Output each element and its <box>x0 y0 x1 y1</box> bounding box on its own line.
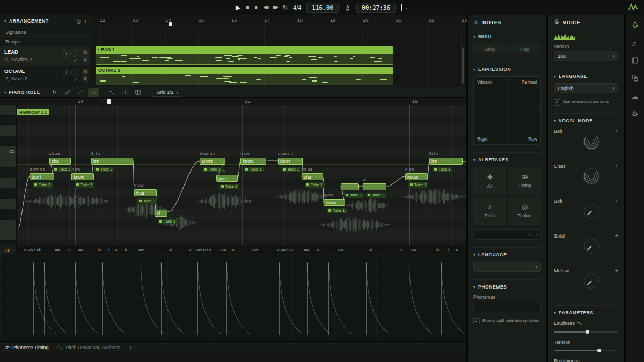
phoneme-strip[interactable]: æ d ow t chaanowihtstruwcldow n t yuwnow… <box>0 245 466 255</box>
piano-key-black[interactable] <box>0 209 10 220</box>
line-tool-icon[interactable] <box>75 88 86 97</box>
levels-tool-icon[interactable] <box>120 88 130 97</box>
wave-tool-icon[interactable] <box>107 88 118 97</box>
track-row-lead[interactable]: LEAD Hayden 2 I i ⇄ M S <box>0 47 91 66</box>
harmony-group-label[interactable]: HARMONY 1 1 <box>17 109 49 115</box>
checkbox[interactable]: ✓ <box>554 99 560 106</box>
previous-retake-button[interactable]: ‹ <box>526 232 533 238</box>
piano-roll-note[interactable]: know <box>240 158 266 165</box>
take-badge[interactable]: Take 1 <box>305 182 325 188</box>
piano-key-black[interactable] <box>0 241 10 245</box>
target-icon[interactable]: ◎ <box>76 18 81 24</box>
tab-phoneme-timing[interactable]: æ Phoneme Timing <box>5 345 49 350</box>
piano-roll-ruler[interactable]: 141516 <box>0 98 466 105</box>
take-badge[interactable]: Take 1 <box>244 167 264 172</box>
add-vocal-mode-button[interactable]: + <box>615 232 618 239</box>
solid-knob[interactable] <box>582 237 601 256</box>
phoneme-token[interactable]: ow <box>78 247 83 252</box>
phoneme-token[interactable]: d ow t ch <box>24 247 41 252</box>
microphone-tab-icon[interactable] <box>630 20 640 30</box>
language-section-header[interactable]: ▾ LANGUAGE <box>473 247 541 257</box>
mute-button[interactable]: M <box>82 69 89 75</box>
stop-button[interactable]: ■ <box>246 5 249 10</box>
take-badge[interactable]: Take 1 <box>219 184 239 189</box>
rewind-button[interactable]: ◀◀ <box>263 5 267 10</box>
tension-slider[interactable] <box>554 349 618 353</box>
piano-key-white[interactable] <box>0 105 16 115</box>
mode-section-header[interactable]: ▾ MODE <box>473 29 541 39</box>
piano-key-black[interactable] <box>0 188 10 199</box>
take-badge[interactable]: Take 1 <box>327 208 347 213</box>
clip-octave-1[interactable]: OCTAVE 1 <box>96 67 393 85</box>
vertical-scrollbar[interactable] <box>462 47 464 84</box>
clear-knob[interactable] <box>582 167 601 186</box>
take-badge[interactable]: Take 1 <box>158 219 178 224</box>
add-vocal-mode-button[interactable]: + <box>615 197 618 204</box>
voice-waveform-thumbnail[interactable] <box>554 33 575 40</box>
phoneme-token[interactable]: ih <box>98 247 101 252</box>
retake-selector[interactable]: ‹ › <box>473 229 541 240</box>
retake-all-button[interactable]: All <box>473 167 506 195</box>
record-button[interactable]: ● <box>254 5 258 10</box>
piano-key-white[interactable] <box>0 125 16 136</box>
expression-xy-pad[interactable]: Vibrant Refined Rigid Raw <box>473 76 541 145</box>
phoneme-token[interactable]: n <box>232 247 234 252</box>
piano-roll-note[interactable]: it's <box>429 158 463 165</box>
add-vocal-mode-button[interactable]: + <box>615 162 618 169</box>
arrangement-timeline-ruler[interactable]: 121314151617181920212223 <box>91 15 466 27</box>
piano-roll-note[interactable]: know <box>405 173 428 180</box>
info-button[interactable]: i <box>71 50 78 57</box>
time-display[interactable]: 00:27:36 <box>356 3 396 13</box>
retake-pitch-button[interactable]: ♪ Pitch <box>473 197 506 225</box>
phoneme-timing-panel[interactable] <box>0 254 466 341</box>
slider-handle[interactable] <box>597 349 601 352</box>
piano-roll-note[interactable]: cl <box>155 210 167 217</box>
tempo-lane-label[interactable]: Tempo <box>0 37 91 47</box>
piano-key-black[interactable] <box>0 115 10 126</box>
phoneme-token[interactable]: uw <box>221 247 226 252</box>
piano-roll-note[interactable]: cha <box>49 158 71 165</box>
piano-key-white[interactable] <box>0 178 16 189</box>
phoneme-token[interactable]: n <box>400 247 402 252</box>
piano-keyboard[interactable]: C5 <box>0 105 17 245</box>
piano-roll-canvas[interactable]: d ow n tdon'tTake 3ch aachaTake 3n owkno… <box>0 105 466 245</box>
take-badge[interactable]: Take 3 <box>94 167 114 172</box>
retake-timbre-button[interactable]: ◎ Timbre <box>508 197 541 225</box>
settings-gear-icon[interactable]: ⚙ <box>630 109 640 119</box>
loudness-slider[interactable] <box>554 330 618 334</box>
phoneme-token[interactable]: ow n t y <box>196 247 211 252</box>
phonemes-input[interactable] <box>473 302 541 312</box>
relaxed-consonants-checkbox-row[interactable]: ✓ Use relaxed consonants <box>554 99 618 106</box>
fast-forward-button[interactable]: ▶▶ <box>273 5 277 10</box>
info-button[interactable]: i <box>71 69 78 76</box>
layers-tab-icon[interactable] <box>630 73 640 83</box>
playhead-marker[interactable] <box>169 22 172 26</box>
add-panel-button[interactable]: + <box>129 344 132 351</box>
piano-roll-note[interactable]: Don't <box>200 158 225 165</box>
phoneme-token[interactable]: d ow t ch <box>277 247 294 252</box>
next-retake-button[interactable]: › <box>533 232 540 238</box>
vocal-mode-section-header[interactable]: ▾ VOCAL MODE <box>554 113 618 123</box>
take-badge[interactable]: Take 1 <box>281 167 301 172</box>
phoneme-token[interactable]: uw <box>138 247 144 252</box>
mute-button[interactable]: M <box>82 49 89 55</box>
phoneme-token[interactable]: cl <box>169 247 172 252</box>
mode-sing-button[interactable]: Sing <box>473 43 506 54</box>
clip-body[interactable] <box>96 74 393 85</box>
phoneme-token[interactable]: t <box>108 247 109 252</box>
expression-section-header[interactable]: ▾ EXPRESSION <box>473 62 541 72</box>
phoneme-token[interactable]: aa <box>55 247 60 252</box>
piano-key-white[interactable] <box>0 199 16 210</box>
piano-key-white[interactable]: C5 <box>0 146 16 157</box>
piano-roll-note[interactable] <box>341 183 359 190</box>
draw-tool-icon[interactable] <box>62 88 73 97</box>
instrumental-button[interactable]: I <box>63 69 70 76</box>
metronome-icon[interactable] <box>344 4 351 11</box>
soft-knob[interactable] <box>582 202 601 221</box>
library-tab-icon[interactable] <box>630 56 640 65</box>
tempo-display[interactable]: 116.00 <box>306 3 339 13</box>
phoneme-token[interactable]: t <box>448 247 449 252</box>
version-dropdown[interactable]: 200 ▾ <box>554 51 618 61</box>
piano-key-white[interactable] <box>0 157 16 168</box>
piano-roll-note[interactable]: it's <box>91 158 133 165</box>
